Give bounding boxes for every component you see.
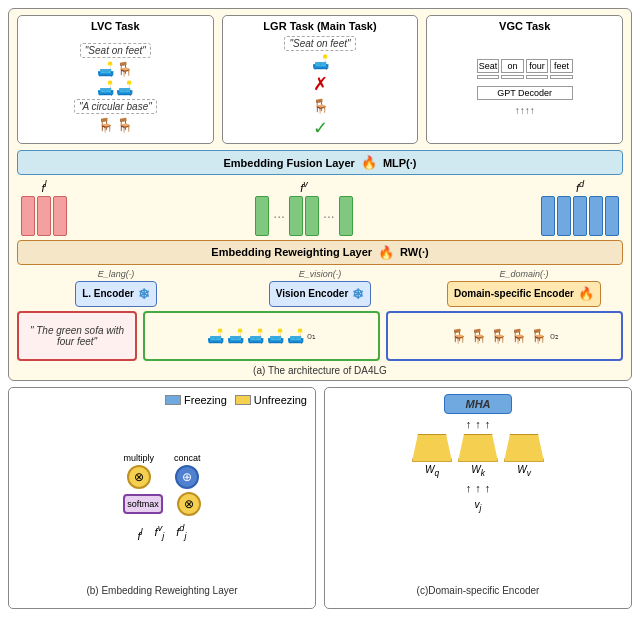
vision-encoder-box: Vision Encoder ❄: [269, 281, 372, 307]
fjd-bottom-label: fdj: [176, 523, 186, 541]
up-arrows-row2: ↑ ↑ ↑: [466, 482, 491, 494]
sofa-sequence-2: 🪑 🪑 🪑 🪑 🪑 o₂: [386, 311, 623, 361]
lgr-text: "Seat on feet": [284, 36, 355, 51]
seq-sofa-7: 🪑: [470, 328, 487, 344]
up-b3: ↑: [485, 482, 491, 494]
up-a3: ↑: [485, 418, 491, 430]
feature-fl-group: fl: [21, 179, 67, 236]
up-b2: ↑: [475, 482, 481, 494]
vgc-content: Seat on four feet GPT Decoder ↑ ↑ ↑: [477, 36, 573, 139]
concat-label: concat: [174, 453, 201, 463]
sofa-icon-2: 🪑: [116, 61, 133, 77]
inputs-row: " The green sofa with four feet" 🛋️ 🛋️ 🛋…: [17, 311, 623, 361]
legend: Freezing Unfreezing: [17, 394, 307, 406]
fire-icon-1: 🔥: [361, 155, 377, 170]
snowflake-1: ❄: [138, 286, 150, 302]
vision-encoder-wrapper: E_vision(·) Vision Encoder ❄: [221, 269, 419, 307]
up-a1: ↑: [466, 418, 472, 430]
lgr-sofa: 🛋️: [312, 54, 329, 70]
lvc-text2: "A circular base": [74, 99, 157, 114]
vj-group: vj: [475, 498, 482, 513]
cross-icon: ✗: [313, 73, 328, 95]
up-arrow-4: ↑: [530, 105, 535, 116]
seq-sofa-10: 🪑: [530, 328, 547, 344]
sofa-icon-6: 🪑: [116, 117, 133, 133]
sofa-icon-4: 🛋️: [116, 80, 133, 96]
lvc-task-box: LVC Task "Seat on feet" 🛋️ 🪑 🛋️ 🛋️ "A ci…: [17, 15, 214, 144]
bar-fv-1: [255, 196, 269, 236]
vgc-c1: [477, 75, 500, 79]
dse-title: (c)Domain-specific Encoder: [333, 585, 623, 596]
legend-unfreezing: Unfreezing: [235, 394, 307, 406]
fjv-bottom: fvj: [155, 523, 165, 541]
wv-group: Wv: [504, 434, 544, 478]
fl-bottom: fl: [138, 527, 143, 542]
lvc-text1: "Seat on feet": [80, 43, 151, 58]
vision-e-label: E_vision(·): [299, 269, 342, 279]
legend-unfreezing-label: Unfreezing: [254, 394, 307, 406]
reweight-title: (b) Embedding Reweighting Layer: [17, 585, 307, 596]
dse-diagram-box: MHA ↑ ↑ ↑ Wq Wk: [324, 387, 632, 609]
mlp-label: MLP(·): [383, 157, 417, 169]
lvc-content: "Seat on feet" 🛋️ 🪑 🛋️ 🛋️ "A circular ba…: [74, 36, 157, 139]
flow-middle: softmax ⊗: [123, 492, 201, 516]
softmax-box: softmax: [123, 494, 163, 514]
vgc-c3: [526, 75, 549, 79]
vgc-grid: Seat on four feet: [477, 59, 573, 79]
features-row: fl fv ··· ···: [17, 179, 623, 236]
lang-encoder-wrapper: E_lang(·) L. Encoder ❄: [17, 269, 215, 307]
reweight-diagram-box: Freezing Unfreezing multiply ⊗ concat: [8, 387, 316, 609]
lvc-title: LVC Task: [91, 20, 140, 32]
sofa-icon-5: 🪑: [97, 117, 114, 133]
wv-trap: [504, 434, 544, 462]
bar-fv-3: [305, 196, 319, 236]
concat-group: concat ⊕: [174, 453, 201, 489]
lgr-content: "Seat on feet" 🛋️ ✗ 🪑 ✓: [284, 36, 355, 139]
legend-freezing-label: Freezing: [184, 394, 227, 406]
seq-sofa-8: 🪑: [490, 328, 507, 344]
seq-sofa-1: 🛋️: [207, 328, 224, 344]
vgc-task-box: VGC Task Seat on four feet GPT Decoder: [426, 15, 623, 144]
fl-bars: [21, 196, 67, 236]
fire-icon-2: 🔥: [378, 245, 394, 260]
bar-fl-3: [53, 196, 67, 236]
cross-circle: ⊗: [177, 492, 201, 516]
fv-dots: ···: [271, 196, 287, 236]
trapezoid-row: Wq Wk Wv: [412, 434, 544, 478]
top-tasks: LVC Task "Seat on feet" 🛋️ 🪑 🛋️ 🛋️ "A ci…: [17, 15, 623, 144]
vgc-c4: [550, 75, 573, 79]
main-container: LVC Task "Seat on feet" 🛋️ 🪑 🛋️ 🛋️ "A ci…: [0, 0, 640, 617]
lvc-sofas-top: 🛋️ 🪑: [97, 61, 133, 77]
wk-trap: [458, 434, 498, 462]
multiply-group: multiply ⊗: [123, 453, 154, 489]
legend-unfreezing-box: [235, 395, 251, 405]
domain-e-label: E_domain(·): [499, 269, 548, 279]
vgc-h2: on: [501, 59, 524, 73]
o1-label: o₁: [307, 331, 316, 341]
embedding-reweight-layer: Embedding Reweighting Layer 🔥 RW(·): [17, 240, 623, 265]
mha-box: MHA: [444, 394, 511, 414]
gpt-decoder: GPT Decoder: [477, 86, 573, 100]
fl-bottom-label: fl: [138, 527, 143, 542]
seq-sofa-4: 🛋️: [267, 328, 284, 344]
up-b1: ↑: [466, 482, 472, 494]
flow-top-row: multiply ⊗ concat ⊕: [123, 453, 200, 489]
top-section: LVC Task "Seat on feet" 🛋️ 🪑 🛋️ 🛋️ "A ci…: [8, 8, 632, 381]
lgr-task-box: LGR Task (Main Task) "Seat on feet" 🛋️ ✗…: [222, 15, 419, 144]
vgc-h3: four: [526, 59, 549, 73]
rw-label: RW(·): [400, 246, 429, 258]
domain-encoder-wrapper: E_domain(·) Domain-specific Encoder 🔥: [425, 269, 623, 307]
fv-label: fv: [300, 179, 308, 194]
bar-fd-3: [573, 196, 587, 236]
seq-sofa-5: 🛋️: [287, 328, 304, 344]
vgc-h1: Seat: [477, 59, 500, 73]
bar-fv-2: [289, 196, 303, 236]
fire-icon-3: 🔥: [578, 286, 594, 301]
bottom-section: Freezing Unfreezing multiply ⊗ concat: [8, 387, 632, 609]
mha-label: MHA: [465, 398, 490, 410]
architecture-caption: (a) The architecture of DA4LG: [17, 365, 623, 376]
feature-fd-group: fd: [541, 179, 619, 236]
sofa-icon-1: 🛋️: [97, 61, 114, 77]
bar-fd-4: [589, 196, 603, 236]
vgc-title: VGC Task: [499, 20, 550, 32]
